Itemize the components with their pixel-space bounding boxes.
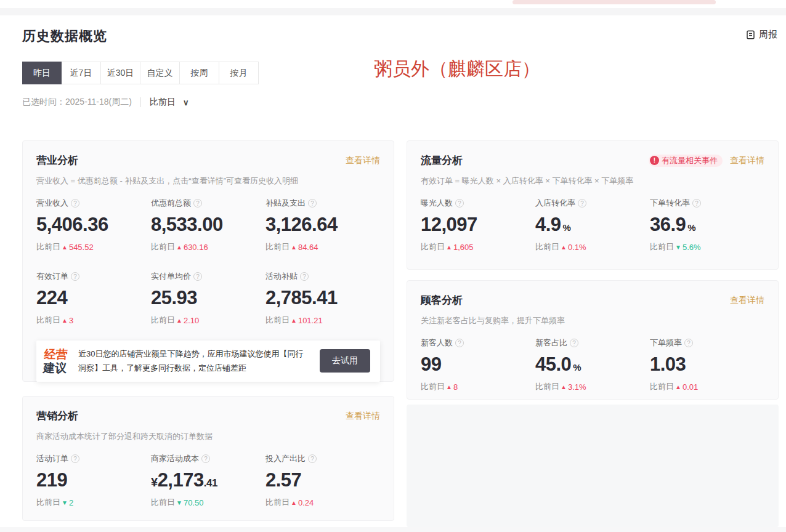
metric-label: 曝光人数 — [421, 198, 453, 209]
metric-label: 下单转化率 — [650, 198, 690, 209]
metric-label: 入店转化率 — [535, 198, 575, 209]
business-suggestion-banner: 经营 建议 近30日您的店铺营业额呈下降趋势，应用市场建议您使用【同行洞察】工具… — [36, 341, 380, 382]
tab-last-30-days[interactable]: 近30日 — [101, 62, 140, 84]
up-arrow-icon — [675, 384, 681, 390]
alert-icon — [650, 156, 659, 165]
metric-activity-orders: 活动订单 219 比前日2 — [36, 453, 151, 508]
tab-yesterday[interactable]: 昨日 — [22, 62, 62, 84]
marketing-metrics: 活动订单 219 比前日2 商家活动成本 ¥2,173.41 比前日70.50 … — [36, 453, 380, 508]
metric-label: 活动补贴 — [265, 271, 298, 282]
up-arrow-icon — [176, 244, 182, 251]
business-analysis-card: 营业分析 查看详情 营业收入 = 优惠前总额 - 补贴及支出，点击“查看详情”可… — [22, 140, 394, 382]
traffic-analysis-card: 流量分析 有流量相关事件 查看详情 有效订单 = 曝光人数 × 入店转化率 × … — [407, 140, 779, 270]
metric-label: 补贴及支出 — [265, 198, 306, 209]
traffic-event-badge[interactable]: 有流量相关事件 — [649, 155, 723, 167]
metric-roi: 投入产出比 2.57 比前日0.24 — [265, 453, 380, 508]
business-metrics: 营业收入 5,406.36 比前日545.52 优惠前总额 8,533.00 比… — [36, 198, 380, 326]
metric-label: 实付单均价 — [151, 271, 191, 282]
metric-compare: 比前日2.10 — [151, 315, 265, 326]
page-title: 历史数据概览 — [22, 27, 107, 46]
tab-by-week[interactable]: 按周 — [180, 62, 219, 84]
help-icon[interactable] — [71, 199, 79, 208]
card-subtitle: 商家活动成本统计了部分退和跨天取消的订单数据 — [36, 431, 380, 442]
selected-time-row: 已选时间： 2025-11-18(周二) 比前日 — [22, 97, 188, 108]
metric-value: 5,406.36 — [36, 214, 151, 236]
down-arrow-icon — [675, 244, 681, 251]
weekly-report-button[interactable]: 周报 — [745, 29, 777, 41]
tab-last-7-days[interactable]: 近7日 — [62, 62, 101, 84]
weekly-report-label: 周报 — [759, 29, 777, 41]
metric-value: 12,097 — [421, 214, 535, 236]
metric-merchant-activity-cost: 商家活动成本 ¥2,173.41 比前日70.50 — [151, 453, 265, 508]
metric-compare: 比前日101.21 — [265, 315, 380, 326]
metric-value: ¥2,173.41 — [151, 469, 265, 491]
top-highlight-artifact — [513, 0, 716, 4]
up-arrow-icon — [561, 384, 567, 390]
metric-value: 25.93 — [151, 287, 265, 309]
compare-mode-value[interactable]: 比前日 — [150, 97, 176, 108]
metric-value: 219 — [36, 469, 151, 491]
metric-compare: 比前日84.64 — [265, 241, 380, 252]
try-now-button[interactable]: 去试用 — [320, 349, 370, 373]
help-icon[interactable] — [193, 199, 202, 208]
up-arrow-icon — [62, 317, 68, 324]
help-icon[interactable] — [570, 339, 578, 347]
report-icon — [745, 30, 756, 40]
metric-compare: 比前日5.6% — [650, 241, 764, 252]
help-icon[interactable] — [684, 339, 693, 347]
metric-activity-subsidy: 活动补贴 2,785.41 比前日101.21 — [265, 271, 380, 326]
metric-label: 下单频率 — [650, 337, 682, 349]
card-subtitle: 有效订单 = 曝光人数 × 入店转化率 × 下单转化率 × 下单频率 — [421, 175, 764, 187]
empty-gray-panel — [407, 405, 779, 527]
help-icon[interactable] — [201, 454, 210, 463]
store-name-watermark: 粥员外（麒麟区店） — [374, 57, 540, 82]
traffic-detail-link[interactable]: 查看详情 — [730, 155, 764, 166]
metric-compare: 比前日545.52 — [36, 241, 151, 252]
metric-value: 36.9% — [650, 214, 764, 236]
metric-value: 45.0% — [535, 353, 650, 376]
metric-store-entry-rate: 入店转化率 4.9% 比前日0.1% — [535, 198, 650, 252]
marketing-detail-link[interactable]: 查看详情 — [346, 411, 380, 422]
metric-label: 营业收入 — [36, 198, 68, 209]
help-icon[interactable] — [308, 199, 317, 208]
up-arrow-icon — [62, 244, 68, 251]
date-range-tabs: 昨日 近7日 近30日 自定义 按周 按月 — [22, 62, 259, 84]
marketing-analysis-card: 营销分析 查看详情 商家活动成本统计了部分退和跨天取消的订单数据 活动订单 21… — [22, 396, 394, 521]
help-icon[interactable] — [71, 272, 79, 281]
metric-compare: 比前日0.24 — [265, 497, 380, 508]
help-icon[interactable] — [71, 454, 79, 463]
bottom-divider-strip — [0, 527, 786, 532]
metric-compare: 比前日2 — [36, 497, 151, 508]
help-icon[interactable] — [455, 199, 464, 208]
metric-new-customers: 新客人数 99 比前日8 — [421, 337, 535, 392]
right-column: 流量分析 有流量相关事件 查看详情 有效订单 = 曝光人数 × 入店转化率 × … — [407, 140, 779, 527]
business-detail-link[interactable]: 查看详情 — [346, 155, 380, 166]
tab-by-month[interactable]: 按月 — [219, 62, 259, 84]
metric-compare: 比前日8 — [421, 381, 535, 392]
metric-order-conversion-rate: 下单转化率 36.9% 比前日5.6% — [650, 198, 764, 252]
metric-value: 8,533.00 — [151, 214, 265, 236]
help-icon[interactable] — [692, 199, 701, 208]
metric-label: 投入产出比 — [265, 453, 306, 464]
chevron-down-icon[interactable] — [183, 98, 189, 107]
help-icon[interactable] — [300, 272, 309, 281]
metric-value: 99 — [421, 353, 535, 376]
divider — [140, 97, 141, 107]
help-icon[interactable] — [455, 339, 464, 347]
help-icon[interactable] — [308, 454, 317, 463]
card-title: 顾客分析 — [421, 293, 463, 307]
metric-avg-paid-price: 实付单均价 25.93 比前日2.10 — [151, 271, 265, 326]
metric-label: 商家活动成本 — [151, 453, 199, 464]
top-divider-strip — [0, 8, 786, 15]
help-icon[interactable] — [193, 272, 202, 281]
card-subtitle: 营业收入 = 优惠前总额 - 补贴及支出，点击“查看详情”可查看历史收入明细 — [36, 175, 380, 187]
metric-value: 3,126.64 — [265, 214, 380, 236]
help-icon[interactable] — [578, 199, 586, 208]
card-title: 营业分析 — [36, 153, 78, 167]
card-title: 流量分析 — [421, 153, 463, 167]
customer-detail-link[interactable]: 查看详情 — [730, 295, 764, 306]
metric-order-frequency: 下单频率 1.03 比前日0.01 — [650, 337, 764, 392]
selected-time-value: 2025-11-18(周二) — [65, 97, 132, 108]
suggestion-text: 近30日您的店铺营业额呈下降趋势，应用市场建议您使用【同行洞察】工具，了解更多同… — [78, 347, 320, 376]
tab-custom[interactable]: 自定义 — [140, 62, 180, 84]
